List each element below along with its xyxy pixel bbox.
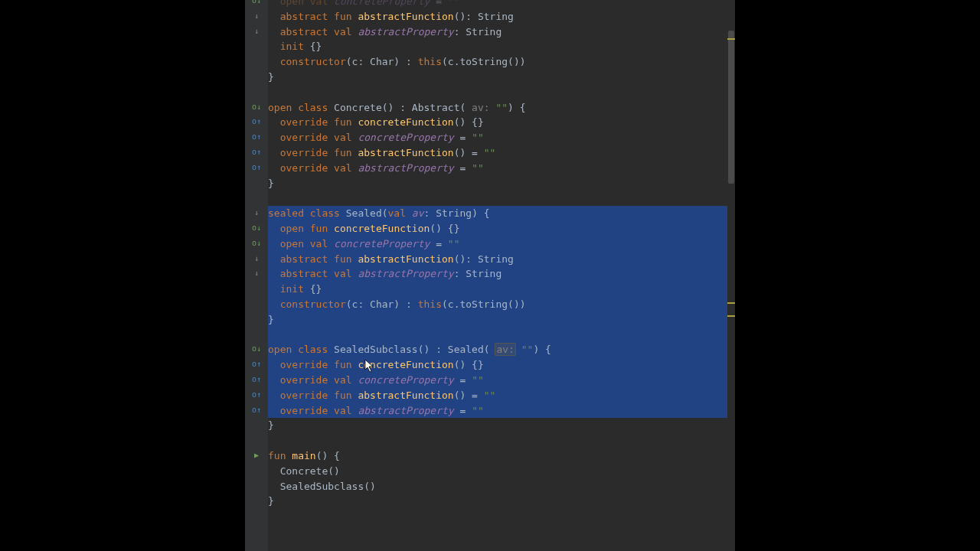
- gutter-override-icon[interactable]: o↑: [251, 359, 262, 370]
- code-line[interactable]: override val abstractProperty = "": [268, 161, 727, 176]
- gutter-override-icon[interactable]: o↑: [251, 147, 262, 158]
- gutter-override-icon[interactable]: o↑: [251, 132, 262, 142]
- scrollbar[interactable]: [727, 0, 735, 551]
- code-line[interactable]: fun main() {: [268, 448, 727, 464]
- gutter-impl-icon[interactable]: o↓: [251, 102, 262, 112]
- gutter-run-icon[interactable]: ▶: [251, 450, 262, 461]
- code-line[interactable]: sealed class Sealed(val av: String) {: [268, 206, 727, 221]
- code-line[interactable]: open val concreteProperty = "": [268, 236, 727, 252]
- gutter-down-icon[interactable]: ↓: [251, 253, 262, 264]
- code-line[interactable]: open val concreteProperty = "": [268, 0, 727, 9]
- gutter-override-icon[interactable]: o↑: [251, 116, 262, 127]
- scrollbar-warning-mark[interactable]: [727, 38, 735, 40]
- code-line[interactable]: }: [268, 418, 727, 433]
- code-editor[interactable]: o↓↓↓o↓o↑o↑o↑o↑↓o↓o↓↓↓o↓o↑o↑o↑o↑▶ open va…: [245, 0, 735, 551]
- code-area[interactable]: open val concreteProperty = "" abstract …: [268, 0, 727, 509]
- code-line[interactable]: [268, 85, 727, 100]
- code-line[interactable]: open fun concreteFunction() {}: [268, 221, 727, 236]
- gutter-impl-icon[interactable]: o↓: [251, 0, 262, 6]
- scrollbar-thumb[interactable]: [728, 31, 734, 184]
- code-line[interactable]: }: [268, 312, 727, 328]
- gutter-override-icon[interactable]: o↑: [251, 405, 262, 416]
- code-line[interactable]: override val concreteProperty = "": [268, 130, 727, 145]
- gutter-override-icon[interactable]: o↑: [251, 390, 262, 400]
- code-line[interactable]: override val abstractProperty = "": [268, 403, 727, 419]
- code-line[interactable]: [268, 191, 727, 206]
- code-line[interactable]: open class SealedSubclass() : Sealed( av…: [268, 342, 727, 357]
- code-line[interactable]: override fun abstractFunction() = "": [268, 388, 727, 403]
- gutter-override-icon[interactable]: o↑: [251, 162, 262, 173]
- gutter-override-icon[interactable]: o↑: [251, 374, 262, 385]
- code-line[interactable]: open class Concrete() : Abstract( av: ""…: [268, 100, 727, 116]
- code-line[interactable]: init {}: [268, 39, 727, 54]
- code-line[interactable]: Concrete(): [268, 464, 727, 479]
- code-line[interactable]: constructor(c: Char) : this(c.toString()…: [268, 54, 727, 70]
- code-line[interactable]: constructor(c: Char) : this(c.toString()…: [268, 297, 727, 312]
- code-line[interactable]: abstract val abstractProperty: String: [268, 266, 727, 282]
- gutter-down-icon[interactable]: ↓: [251, 207, 262, 218]
- code-line[interactable]: abstract fun abstractFunction(): String: [268, 252, 727, 267]
- code-line[interactable]: [268, 433, 727, 448]
- gutter-impl-icon[interactable]: o↓: [251, 344, 262, 354]
- gutter-impl-icon[interactable]: o↓: [251, 238, 262, 249]
- gutter-down-icon[interactable]: ↓: [251, 268, 262, 279]
- gutter-down-icon[interactable]: ↓: [251, 26, 262, 37]
- code-line[interactable]: SealedSubclass(): [268, 479, 727, 494]
- code-line[interactable]: [268, 328, 727, 343]
- code-line[interactable]: }: [268, 70, 727, 85]
- editor-gutter[interactable]: o↓↓↓o↓o↑o↑o↑o↑↓o↓o↓↓↓o↓o↑o↑o↑o↑▶: [245, 0, 268, 551]
- code-line[interactable]: abstract fun abstractFunction(): String: [268, 9, 727, 24]
- code-line[interactable]: }: [268, 494, 727, 509]
- gutter-down-icon[interactable]: ↓: [251, 11, 262, 21]
- code-line[interactable]: }: [268, 176, 727, 191]
- gutter-impl-icon[interactable]: o↓: [251, 223, 262, 233]
- code-line[interactable]: init {}: [268, 282, 727, 297]
- code-line[interactable]: override fun concreteFunction() {}: [268, 115, 727, 130]
- scrollbar-warning-mark[interactable]: [727, 315, 735, 317]
- code-line[interactable]: abstract val abstractProperty: String: [268, 24, 727, 40]
- code-line[interactable]: override val concreteProperty = "": [268, 373, 727, 388]
- scrollbar-warning-mark[interactable]: [727, 302, 735, 304]
- code-line[interactable]: override fun concreteFunction() {}: [268, 357, 727, 373]
- code-line[interactable]: override fun abstractFunction() = "": [268, 145, 727, 161]
